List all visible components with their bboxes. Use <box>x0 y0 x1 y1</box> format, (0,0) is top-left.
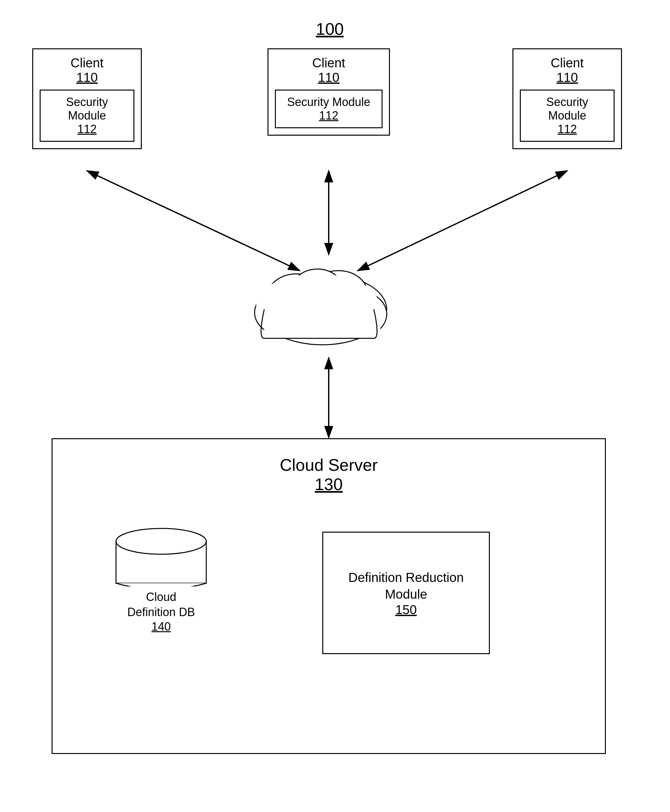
drm-number: 150 <box>396 602 417 617</box>
client-box-3: Client 110 Security Module 112 <box>513 48 622 149</box>
cylinder-icon <box>113 522 210 587</box>
cloud-server-title: Cloud Server <box>52 455 605 475</box>
cloud-definition-db: CloudDefinition DB 140 <box>100 522 222 633</box>
security-module-3-number: 112 <box>527 122 607 136</box>
client-3-title: Client <box>520 56 614 70</box>
security-module-2-title: Security Module <box>282 95 375 109</box>
client-2-number: 110 <box>275 70 382 85</box>
client-1-number: 110 <box>40 70 134 85</box>
cloud-definition-db-number: 140 <box>100 620 222 633</box>
c3-net <box>358 171 567 271</box>
cloud-definition-db-title: CloudDefinition DB <box>100 590 222 620</box>
network-title: Network <box>271 303 380 319</box>
diagram-label-100: 100 <box>316 19 344 39</box>
security-module-1-title: Security Module <box>47 95 127 122</box>
security-module-1-number: 112 <box>47 122 127 136</box>
cloud-server-number: 130 <box>52 475 605 494</box>
client-1-title: Client <box>40 56 134 70</box>
network-label: Network 120 <box>271 303 380 335</box>
client-box-1: Client 110 Security Module 112 <box>32 48 142 149</box>
client-3-number: 110 <box>520 70 614 85</box>
definition-reduction-module: Definition ReductionModule 150 <box>322 532 490 654</box>
security-module-1: Security Module 112 <box>40 90 134 142</box>
cloud-server-title-area: Cloud Server 130 <box>52 455 605 494</box>
client-box-2: Client 110 Security Module 112 <box>267 48 390 136</box>
diagram: 100 Client 110 Security Module 112 Clien… <box>0 0 670 812</box>
svg-point-1 <box>116 528 206 554</box>
security-module-3-title: Security Module <box>527 95 607 122</box>
security-module-2: Security Module 112 <box>275 90 382 128</box>
security-module-3: Security Module 112 <box>520 90 614 142</box>
security-module-2-number: 112 <box>282 109 375 122</box>
network-number: 120 <box>271 319 380 335</box>
client-2-title: Client <box>275 56 382 70</box>
cloud-definition-db-label: CloudDefinition DB 140 <box>100 590 222 633</box>
drm-title: Definition ReductionModule <box>349 569 464 602</box>
c1-net <box>87 171 300 271</box>
